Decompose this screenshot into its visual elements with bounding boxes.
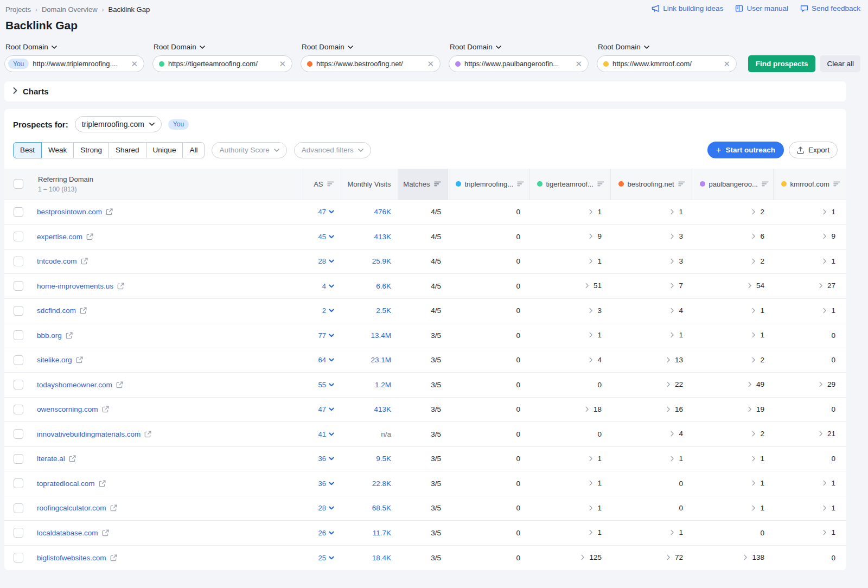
monthly-visits-column-header[interactable]: Monthly Visits — [341, 180, 398, 188]
gap-count-cell[interactable]: 1 — [692, 496, 773, 521]
as-value[interactable]: 64 — [318, 356, 326, 364]
sort-icon[interactable] — [517, 181, 524, 187]
gap-count-cell[interactable]: 1 — [529, 521, 610, 546]
external-link-icon[interactable] — [86, 233, 93, 240]
sort-icon[interactable] — [597, 181, 604, 187]
external-link-icon[interactable] — [110, 504, 117, 512]
expand-chevron-icon[interactable] — [751, 480, 756, 486]
breadcrumb-domain-overview[interactable]: Domain Overview — [42, 5, 98, 14]
expand-chevron-icon[interactable] — [589, 505, 593, 511]
external-link-icon[interactable] — [99, 480, 106, 487]
expand-chevron-icon[interactable] — [748, 406, 752, 412]
as-value[interactable]: 47 — [318, 208, 326, 216]
external-link-icon[interactable] — [144, 431, 151, 438]
tab-weak[interactable]: Weak — [41, 142, 74, 158]
referring-domain-link[interactable]: sdcfind.com — [37, 306, 76, 315]
gap-count-cell[interactable]: 1 — [773, 521, 846, 546]
root-domain-dropdown[interactable]: Root Domain — [5, 43, 144, 51]
row-checkbox[interactable] — [14, 232, 23, 241]
as-value[interactable]: 36 — [318, 480, 326, 488]
domain-input[interactable]: https://www.paulbangeroofin... ✕ — [449, 55, 589, 72]
clear-all-button[interactable]: Clear all — [820, 55, 860, 72]
expand-chevron-icon[interactable] — [670, 456, 675, 462]
row-checkbox[interactable] — [14, 306, 23, 316]
expand-chevron-icon[interactable] — [751, 505, 756, 511]
monthly-visits-value[interactable]: 13.4M — [371, 331, 391, 340]
as-value[interactable]: 26 — [318, 529, 326, 537]
gap-count-cell[interactable]: 29 — [773, 373, 846, 398]
expand-chevron-icon[interactable] — [589, 357, 593, 363]
charts-section-toggle[interactable]: Charts — [4, 81, 846, 101]
row-checkbox[interactable] — [14, 553, 23, 563]
monthly-visits-value[interactable]: 413K — [374, 405, 391, 413]
expand-chevron-icon[interactable] — [670, 233, 675, 239]
referring-domain-link[interactable]: bbb.org — [37, 331, 62, 340]
sort-icon[interactable] — [833, 181, 840, 187]
as-value[interactable]: 25 — [318, 554, 326, 562]
referring-domain-link[interactable]: todayshomeowner.com — [37, 381, 112, 389]
competitor-column-header[interactable]: paulbangeroo... — [692, 180, 773, 188]
sort-icon[interactable] — [678, 181, 685, 187]
chevron-down-icon[interactable] — [329, 259, 334, 263]
referring-domain-header[interactable]: Referring Domain — [38, 175, 303, 183]
monthly-visits-value[interactable]: 23.1M — [371, 356, 391, 364]
referring-domain-link[interactable]: sitelike.org — [37, 356, 72, 364]
monthly-visits-value[interactable]: 6.6K — [376, 282, 391, 290]
root-domain-dropdown[interactable]: Root Domain — [154, 43, 292, 51]
chevron-down-icon[interactable] — [329, 457, 334, 461]
external-link-icon[interactable] — [81, 258, 88, 265]
expand-chevron-icon[interactable] — [751, 308, 756, 314]
gap-count-cell[interactable]: 51 — [529, 274, 610, 299]
tab-shared[interactable]: Shared — [108, 142, 146, 158]
select-all-checkbox[interactable] — [14, 179, 23, 189]
referring-domain-link[interactable]: roofingcalculator.com — [37, 504, 106, 512]
expand-chevron-icon[interactable] — [751, 456, 756, 462]
external-link-icon[interactable] — [69, 455, 76, 462]
referring-domain-link[interactable]: topratedlocal.com — [37, 480, 95, 488]
gap-count-cell[interactable]: 1 — [529, 200, 610, 225]
as-column-header[interactable]: AS — [303, 180, 341, 188]
row-checkbox[interactable] — [14, 454, 23, 464]
export-button[interactable]: Export — [789, 142, 838, 158]
chevron-down-icon[interactable] — [329, 309, 334, 312]
gap-count-cell[interactable]: 4 — [529, 348, 610, 373]
advanced-filters-dropdown[interactable]: Advanced filters — [294, 142, 371, 158]
gap-count-cell[interactable]: 3 — [610, 225, 692, 250]
as-value[interactable]: 4 — [322, 282, 326, 290]
row-checkbox[interactable] — [14, 528, 23, 538]
expand-chevron-icon[interactable] — [666, 381, 671, 387]
as-value[interactable]: 2 — [322, 306, 326, 315]
expand-chevron-icon[interactable] — [822, 480, 827, 486]
gap-count-cell[interactable]: 138 — [692, 545, 773, 570]
gap-count-cell[interactable]: 1 — [610, 200, 692, 225]
domain-input[interactable]: https://www.bestroofing.net/ ✕ — [301, 55, 441, 72]
expand-chevron-icon[interactable] — [589, 209, 593, 215]
row-checkbox[interactable] — [14, 355, 23, 365]
chevron-down-icon[interactable] — [329, 358, 334, 362]
gap-count-cell[interactable]: 1 — [529, 323, 610, 348]
gap-count-cell[interactable]: 1 — [529, 446, 610, 471]
gap-count-cell[interactable]: 21 — [773, 422, 846, 447]
gap-count-cell[interactable]: 4 — [610, 422, 692, 447]
chevron-down-icon[interactable] — [329, 506, 334, 510]
external-link-icon[interactable] — [66, 332, 73, 339]
expand-chevron-icon[interactable] — [589, 480, 593, 486]
external-link-icon[interactable] — [76, 356, 83, 363]
as-value[interactable]: 47 — [318, 405, 326, 413]
competitor-column-header[interactable]: triplemroofing... — [448, 180, 529, 188]
chevron-down-icon[interactable] — [329, 407, 334, 411]
chevron-down-icon[interactable] — [329, 383, 334, 387]
remove-domain-icon[interactable]: ✕ — [426, 60, 435, 68]
link-building-ideas-link[interactable]: Link building ideas — [652, 4, 723, 12]
expand-chevron-icon[interactable] — [589, 308, 593, 314]
referring-domain-link[interactable]: localdatabase.com — [37, 529, 98, 537]
gap-count-cell[interactable]: 125 — [529, 545, 610, 570]
remove-domain-icon[interactable]: ✕ — [130, 60, 138, 68]
expand-chevron-icon[interactable] — [670, 529, 675, 535]
row-checkbox[interactable] — [14, 503, 23, 513]
referring-domain-link[interactable]: innovativebuildingmaterials.com — [37, 430, 141, 438]
external-link-icon[interactable] — [117, 283, 124, 290]
gap-count-cell[interactable]: 1 — [773, 298, 846, 323]
row-checkbox[interactable] — [14, 207, 23, 217]
expand-chevron-icon[interactable] — [822, 233, 827, 239]
